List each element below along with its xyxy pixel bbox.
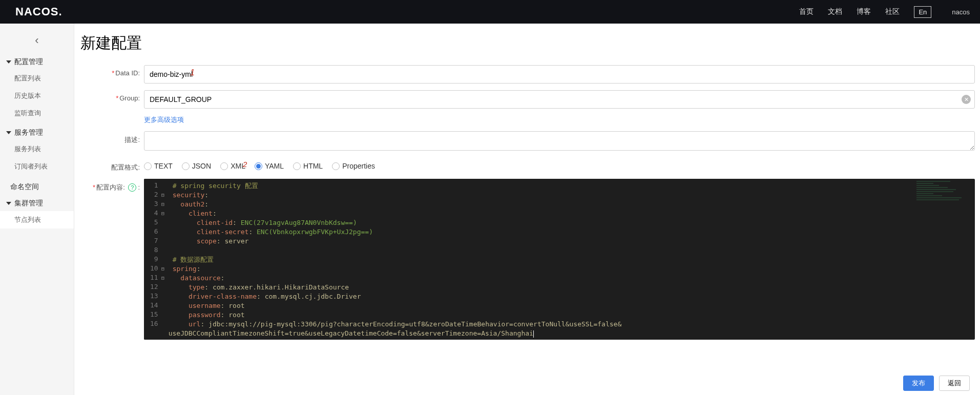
sidebar-back-button[interactable]: ‹: [0, 32, 74, 54]
sidebar-item-history[interactable]: 历史版本: [0, 87, 74, 105]
menu-head-label: 集群管理: [14, 199, 43, 208]
format-yaml[interactable]: YAML: [255, 162, 284, 170]
row-desc: 描述:: [79, 131, 975, 152]
language-toggle[interactable]: En: [914, 6, 931, 18]
row-content: *配置内容: ?: 12⊟3⊟4⊟5678910⊟11⊟1213141516 #…: [79, 179, 975, 364]
menu-group-cluster: 集群管理 节点列表: [0, 196, 74, 228]
nav-home[interactable]: 首页: [799, 7, 814, 16]
format-properties[interactable]: Properties: [332, 162, 375, 170]
row-format: 配置格式: TEXT JSON XML YAML HTML Properties…: [79, 159, 975, 172]
page-body: ‹ 配置管理 配置列表 历史版本 监听查询 服务管理 服务列表 订阅者列表 命名…: [0, 24, 980, 395]
group-input[interactable]: [144, 90, 975, 109]
header-nav: 首页 文档 博客 社区: [799, 7, 900, 16]
menu-group-config: 配置管理 配置列表 历史版本 监听查询: [0, 54, 74, 122]
editor-gutter: 12⊟3⊟4⊟5678910⊟11⊟1213141516: [144, 179, 169, 340]
menu-head-config[interactable]: 配置管理: [0, 54, 74, 70]
chevron-down-icon: [6, 131, 11, 134]
format-html[interactable]: HTML: [293, 162, 323, 170]
chevron-down-icon: [6, 202, 11, 205]
footer-actions: 发布 返回: [79, 370, 975, 393]
page-title: 新建配置: [80, 33, 975, 54]
sidebar-item-service-list[interactable]: 服务列表: [0, 140, 74, 158]
sidebar-item-listen[interactable]: 监听查询: [0, 105, 74, 122]
logo: NACOS.: [15, 5, 62, 18]
menu-head-cluster[interactable]: 集群管理: [0, 196, 74, 211]
nav-community[interactable]: 社区: [885, 7, 900, 16]
description-input[interactable]: [144, 131, 975, 151]
sidebar-item-config-list[interactable]: 配置列表: [0, 70, 74, 87]
row-data-id: *Data ID: 1: [79, 65, 975, 84]
format-radio-group: TEXT JSON XML YAML HTML Properties: [144, 159, 975, 170]
format-json[interactable]: JSON: [182, 162, 211, 170]
label-format: 配置格式:: [79, 159, 140, 172]
back-button[interactable]: 返回: [939, 376, 970, 391]
label-content: *配置内容: ?:: [79, 179, 140, 192]
sidebar-item-subscribers[interactable]: 订阅者列表: [0, 158, 74, 175]
help-icon[interactable]: ?: [128, 183, 136, 192]
menu-head-service[interactable]: 服务管理: [0, 125, 74, 140]
sidebar: ‹ 配置管理 配置列表 历史版本 监听查询 服务管理 服务列表 订阅者列表 命名…: [0, 24, 74, 395]
app-header: NACOS. 首页 文档 博客 社区 En nacos: [0, 0, 980, 24]
menu-group-service: 服务管理 服务列表 订阅者列表: [0, 125, 74, 175]
label-data-id: *Data ID:: [79, 65, 140, 77]
editor-code[interactable]: # spring security 配置security: oauth2: cl…: [169, 179, 627, 340]
clear-icon[interactable]: ✕: [962, 95, 971, 104]
chevron-down-icon: [6, 60, 11, 64]
user-menu[interactable]: nacos: [952, 8, 970, 16]
data-id-input[interactable]: [144, 65, 975, 84]
label-group: *Group:: [79, 90, 140, 102]
format-xml[interactable]: XML: [220, 162, 245, 170]
content-area: 新建配置 *Data ID: 1 *Group: ✕ 更多高级选项 描述: 配置…: [74, 24, 980, 395]
publish-button[interactable]: 发布: [903, 376, 934, 391]
editor-minimap[interactable]: [916, 181, 973, 206]
sidebar-item-namespace[interactable]: 命名空间: [0, 178, 74, 196]
label-desc: 描述:: [79, 131, 140, 144]
format-text[interactable]: TEXT: [144, 162, 173, 170]
code-editor[interactable]: 12⊟3⊟4⊟5678910⊟11⊟1213141516 # spring se…: [144, 179, 975, 340]
sidebar-item-nodes[interactable]: 节点列表: [0, 211, 74, 228]
menu-head-label: 配置管理: [14, 57, 43, 67]
nav-docs[interactable]: 文档: [828, 7, 842, 16]
more-options-link[interactable]: 更多高级选项: [144, 116, 184, 123]
menu-head-label: 服务管理: [14, 128, 43, 137]
row-more: 更多高级选项: [79, 115, 975, 124]
row-group: *Group: ✕: [79, 90, 975, 109]
nav-blog[interactable]: 博客: [857, 7, 871, 16]
